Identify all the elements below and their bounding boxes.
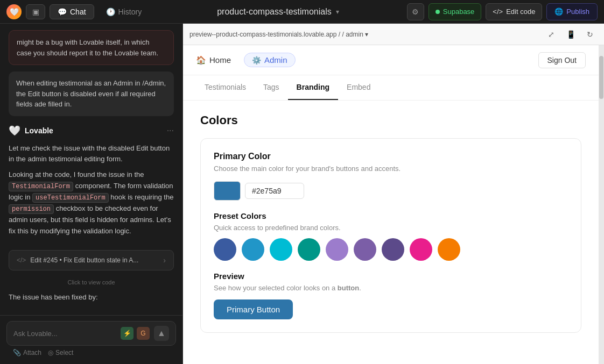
chat-bottom-bar: 📎 Attach ◎ Select bbox=[6, 346, 176, 359]
color-swatch[interactable] bbox=[214, 181, 241, 201]
nav-admin-item[interactable]: ⚙️ Admin bbox=[244, 53, 296, 67]
globe-icon: 🌐 bbox=[554, 8, 563, 16]
preset-dot-navy[interactable] bbox=[214, 238, 236, 261]
colors-section-title: Colors bbox=[200, 113, 581, 127]
select-button[interactable]: ◎ Select bbox=[48, 349, 73, 356]
tab-embed[interactable]: Embed bbox=[338, 75, 379, 100]
sidebar-toggle[interactable]: ▣ bbox=[26, 4, 45, 19]
chat-tab-label: Chat bbox=[70, 8, 86, 16]
preview-url: preview--product-compass-testimonials.lo… bbox=[189, 31, 368, 38]
tab-chat[interactable]: 💬 Chat bbox=[50, 4, 94, 19]
preset-colors-section: Preset Colors Quick access to predefined… bbox=[214, 211, 568, 261]
preset-dot-pink[interactable] bbox=[410, 238, 432, 261]
attach-button[interactable]: 📎 Attach bbox=[13, 349, 41, 356]
main-content: might be a bug with Lovable itself, in w… bbox=[0, 24, 604, 364]
edit-code-label: Edit code bbox=[506, 8, 535, 16]
attach-icon: 📎 bbox=[13, 349, 21, 356]
app-nav: 🏠 Home ⚙️ Admin Sign Out bbox=[183, 45, 599, 75]
top-bar: 🤍 ▣ 💬 Chat 🕐 History product-compass-tes… bbox=[0, 0, 604, 24]
project-title: product-compass-testimonials bbox=[217, 7, 332, 17]
send-button[interactable]: ▲ bbox=[154, 326, 169, 341]
external-link-button[interactable]: ⤢ bbox=[544, 27, 559, 42]
code-brackets-icon: </> bbox=[493, 8, 503, 16]
select-label: Select bbox=[55, 349, 73, 356]
chat-input-icons: ⚡ G bbox=[121, 327, 150, 340]
button-preview-section: Preview See how your selected color look… bbox=[214, 272, 568, 319]
lovable-avatar: 🤍 Lovable bbox=[9, 125, 53, 137]
history-tab-label: History bbox=[118, 8, 142, 16]
preset-dot-cyan-light[interactable] bbox=[270, 238, 292, 261]
tab-branding[interactable]: Branding bbox=[288, 75, 338, 100]
tab-testimonials[interactable]: Testimonials bbox=[196, 75, 255, 100]
preview-section-title: Preview bbox=[214, 272, 568, 281]
chat-icon: 💬 bbox=[58, 8, 67, 16]
preview-actions: ⤢ 📱 ↻ bbox=[544, 27, 598, 42]
code-edit-chevron: › bbox=[163, 256, 166, 265]
preset-dot-lavender[interactable] bbox=[326, 238, 348, 261]
preset-dot-purple-dark[interactable] bbox=[382, 238, 404, 261]
preview-scrollbar-thumb bbox=[599, 56, 603, 99]
right-panel: preview--product-compass-testimonials.lo… bbox=[183, 24, 604, 364]
top-bar-right: ⚙ Supabase </> Edit code 🌐 Publish bbox=[407, 3, 598, 20]
home-icon: 🏠 bbox=[196, 55, 206, 65]
mobile-view-button[interactable]: 📱 bbox=[563, 27, 578, 42]
edit-code-button[interactable]: </> Edit code bbox=[486, 3, 542, 20]
preset-dot-cyan-dark[interactable] bbox=[242, 238, 264, 261]
nav-home-item[interactable]: 🏠 Home bbox=[196, 55, 231, 65]
preset-dot-teal[interactable] bbox=[298, 238, 320, 261]
lovable-logo: 🤍 bbox=[6, 4, 22, 19]
supabase-button[interactable]: Supabase bbox=[429, 3, 482, 20]
field-name: permission bbox=[9, 204, 54, 214]
chat-messages: might be a bug with Lovable itself, in w… bbox=[0, 24, 182, 315]
color-input-row bbox=[214, 181, 568, 201]
chat-input-area: ⚡ G ▲ 📎 Attach ◎ Select bbox=[0, 315, 182, 364]
preview-content-wrapper: 🏠 Home ⚙️ Admin Sign Out bbox=[183, 45, 604, 364]
fix-message: The issue has been fixed by: bbox=[9, 292, 174, 303]
chat-icon-1[interactable]: ⚡ bbox=[121, 327, 134, 340]
left-panel: might be a bug with Lovable itself, in w… bbox=[0, 24, 183, 364]
refresh-button[interactable]: ↻ bbox=[582, 27, 598, 42]
chat-icon-2[interactable]: G bbox=[137, 327, 150, 340]
user-message: When editing testimonial as an Admin in … bbox=[9, 72, 174, 116]
nav-left: 🏠 Home ⚙️ Admin bbox=[196, 53, 296, 67]
primary-color-desc: Choose the main color for your brand's b… bbox=[214, 165, 568, 173]
code-edit-icon: </> bbox=[17, 256, 26, 264]
publish-label: Publish bbox=[566, 8, 589, 16]
assistant-detail: Looking at the code, I found the issue i… bbox=[9, 169, 174, 237]
color-card: Primary Color Choose the main color for … bbox=[200, 138, 581, 333]
hex-input[interactable] bbox=[245, 183, 304, 199]
admin-label: Admin bbox=[264, 55, 287, 65]
sign-out-button[interactable]: Sign Out bbox=[538, 52, 586, 68]
attach-label: Attach bbox=[23, 349, 41, 356]
supabase-status-dot bbox=[436, 10, 440, 14]
select-icon: ◎ bbox=[48, 349, 53, 356]
preset-dot-purple-mid[interactable] bbox=[354, 238, 376, 261]
lovable-heart-icon: 🤍 bbox=[9, 125, 20, 137]
component-name-1: TestimonialForm bbox=[9, 182, 73, 191]
sign-out-label: Sign Out bbox=[547, 56, 577, 65]
assistant-message: Let me check the issue with the disabled… bbox=[9, 143, 174, 242]
admin-gear-icon: ⚙️ bbox=[252, 56, 261, 65]
lovable-message-header: 🤍 Lovable ··· bbox=[9, 125, 174, 137]
publish-button[interactable]: 🌐 Publish bbox=[546, 3, 598, 20]
code-edit-title: Edit #245 • Fix Edit button state in A..… bbox=[30, 256, 138, 264]
primary-button-label: Primary Button bbox=[227, 305, 280, 314]
assistant-para1: Looking at the code, I found the issue i… bbox=[9, 170, 144, 179]
assistant-para3: hook is requiring the bbox=[110, 193, 173, 201]
tab-history[interactable]: 🕐 History bbox=[99, 4, 150, 19]
preview-scrollbar[interactable] bbox=[599, 45, 604, 364]
tab-tags[interactable]: Tags bbox=[255, 75, 288, 100]
primary-button-preview[interactable]: Primary Button bbox=[214, 299, 293, 319]
settings-button[interactable]: ⚙ bbox=[407, 3, 424, 20]
primary-color-title: Primary Color bbox=[214, 152, 568, 161]
bug-message-text: might be a bug with Lovable itself, in w… bbox=[17, 38, 158, 57]
lovable-name: Lovable bbox=[25, 126, 53, 135]
more-options-button[interactable]: ··· bbox=[167, 126, 174, 135]
preset-colors-desc: Quick access to predefined brand colors. bbox=[214, 224, 568, 232]
chat-input[interactable] bbox=[13, 330, 116, 338]
code-edit-card[interactable]: </> Edit #245 • Fix Edit button state in… bbox=[9, 250, 174, 270]
preview-bar: preview--product-compass-testimonials.lo… bbox=[183, 24, 604, 45]
preset-dot-orange[interactable] bbox=[438, 238, 460, 261]
top-bar-left: 🤍 ▣ 💬 Chat 🕐 History bbox=[6, 4, 149, 19]
app-tabs: Testimonials Tags Branding Embed bbox=[183, 75, 599, 101]
